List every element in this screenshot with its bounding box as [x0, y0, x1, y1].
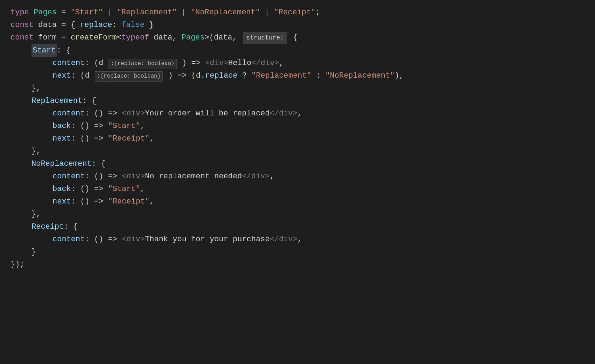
structure-tooltip: structure: — [243, 32, 287, 44]
noreplacement-key: NoReplacement — [31, 158, 92, 170]
type-pages: Pages — [34, 6, 57, 19]
code-line-13: NoReplacement: { — [10, 158, 584, 170]
code-line-20: } — [10, 246, 584, 258]
param-hint-replace-bool-2: :{replace: boolean} — [95, 71, 163, 82]
code-line-11: next: () => "Receipt", — [10, 133, 584, 145]
code-line-19: content: () => <div>Thank you for your p… — [10, 233, 584, 246]
code-line-14: content: () => <div>No replacement neede… — [10, 170, 584, 183]
code-line-8: Replacement: { — [10, 95, 584, 107]
code-line-7: }, — [10, 82, 584, 95]
code-line-15: back: () => "Start", — [10, 183, 584, 195]
code-line-9: content: () => <div>Your order will be r… — [10, 107, 584, 120]
code-line-16: next: () => "Receipt", — [10, 195, 584, 208]
code-line-18: Receipt: { — [10, 221, 584, 233]
code-line-10: back: () => "Start", — [10, 120, 584, 133]
replacement-key: Replacement — [31, 95, 82, 107]
code-line-17: }, — [10, 208, 584, 221]
code-line-1: type Pages = "Start" | "Replacement" | "… — [10, 6, 584, 19]
code-editor: type Pages = "Start" | "Replacement" | "… — [0, 0, 595, 364]
code-line-12: }, — [10, 145, 584, 158]
code-line-2: const data = { replace: false } — [10, 19, 584, 31]
code-line-6: next: (d :{replace: boolean} ) => (d.rep… — [10, 70, 584, 82]
param-hint-replace-bool: :{replace: boolean} — [108, 59, 176, 69]
code-line-3: const form = createForm<typeof data, Pag… — [10, 31, 584, 44]
receipt-key: Receipt — [31, 221, 64, 233]
code-line-5: content: (d :{replace: boolean} ) => <di… — [10, 57, 584, 70]
keyword-type: type — [10, 6, 34, 19]
code-line-4: Start: { — [10, 44, 584, 57]
start-key: Start — [31, 44, 57, 57]
code-line-21: }); — [10, 258, 584, 271]
